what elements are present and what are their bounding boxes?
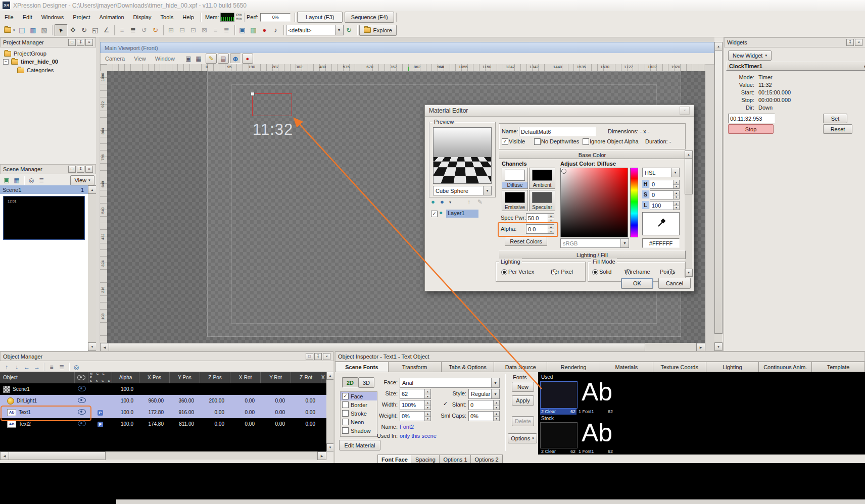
viewport-world-icon[interactable]: ⊕ — [230, 54, 241, 64]
menu-project[interactable]: Project — [68, 11, 94, 23]
scroll-down-icon[interactable]: ▼ — [685, 269, 693, 277]
l-spinner[interactable]: 100▲▼ — [650, 201, 680, 210]
s-spinner[interactable]: 0▲▼ — [650, 190, 680, 199]
visibility-eye-icon[interactable] — [78, 386, 86, 391]
program-monitor-icon[interactable]: ▦ — [248, 25, 259, 36]
menu-help[interactable]: Help — [178, 11, 199, 23]
float-panel-icon[interactable]: □ — [68, 166, 76, 173]
partial-column-header[interactable]: X- — [321, 372, 326, 383]
layout-button[interactable]: Layout (F3) — [297, 12, 343, 23]
pin-panel-icon[interactable]: ↧ — [77, 39, 84, 46]
new-group-icon[interactable]: ▦ — [12, 176, 22, 185]
time-input[interactable]: 00:11:32.953 — [728, 114, 775, 123]
stop-button[interactable]: Stop — [728, 124, 774, 134]
no-depthwrites-checkbox[interactable] — [534, 138, 541, 145]
close-panel-icon[interactable]: × — [855, 39, 862, 46]
spin-up-icon[interactable]: ▲ — [674, 180, 679, 184]
tree-item-categories[interactable]: Categories — [17, 67, 54, 73]
chevron-down-icon[interactable]: ▾ — [671, 168, 679, 177]
close-panel-icon[interactable]: × — [323, 353, 330, 360]
scroll-up-icon[interactable]: ▲ — [714, 42, 723, 51]
align-center-icon[interactable]: ⊟ — [177, 25, 188, 36]
object-column-header[interactable]: Object — [0, 372, 75, 383]
spin-down-icon[interactable]: ▼ — [494, 405, 499, 410]
list-mode-icon[interactable]: ≣ — [36, 176, 46, 185]
scroll-right-icon[interactable]: ▶ — [317, 451, 326, 460]
viewport-hscrollbar[interactable]: ◀ ▶ — [100, 343, 705, 351]
new-scene-icon[interactable]: ▣ — [2, 176, 12, 185]
size-spinner[interactable]: 62▲▼ — [400, 389, 431, 399]
spin-up-icon[interactable]: ▲ — [674, 201, 679, 206]
ignore-object-alpha-checkbox[interactable] — [583, 138, 589, 145]
mode-2d-button[interactable]: 2D — [342, 377, 358, 388]
style-dropdown[interactable]: Regular▾ — [468, 389, 500, 399]
tab-rendering[interactable]: Rendering — [547, 362, 600, 372]
tab-template[interactable]: Template — [812, 362, 865, 372]
gamut-dropdown[interactable]: sRGB▾ — [560, 238, 629, 248]
link-width-check-icon[interactable]: ✓ — [443, 400, 448, 407]
redo-icon[interactable]: ↻ — [150, 25, 161, 36]
tree-item-projectgroup[interactable]: ProjectGroup — [4, 51, 46, 57]
scroll-left-icon[interactable]: ◀ — [0, 451, 9, 460]
selection-handle[interactable] — [251, 92, 255, 96]
scale-tool-icon[interactable]: ◱ — [90, 25, 101, 36]
tab-texture-coords[interactable]: Texture Coords — [653, 362, 706, 372]
cancel-button[interactable]: Cancel — [658, 278, 691, 289]
viewport-caption[interactable]: Main Viewport (Front) — [100, 42, 718, 54]
smlcaps-spinner[interactable]: 0%▲▼ — [468, 411, 500, 421]
spin-down-icon[interactable]: ▼ — [674, 195, 679, 199]
color-model-dropdown[interactable]: HSL▾ — [642, 168, 680, 177]
preview-monitor-icon[interactable]: ▣ — [237, 25, 248, 36]
table-row-text1[interactable]: AbText1 P 100.0 172.80 916.00 0.00 0.00 … — [0, 407, 326, 418]
select-tool-icon[interactable]: ➤ — [55, 24, 68, 36]
checkbox-icon[interactable] — [342, 401, 349, 408]
table-row-scene1[interactable]: Scene1 100.0 — [0, 383, 326, 395]
mode-3d-button[interactable]: 3D — [358, 377, 374, 388]
tree-icon[interactable]: ≣ — [57, 363, 67, 372]
spin-down-icon[interactable]: ▼ — [494, 416, 499, 421]
spin-down-icon[interactable]: ▼ — [674, 206, 679, 210]
outline-tree-icon[interactable]: ≣ — [128, 25, 139, 36]
object-table-hscrollbar[interactable]: ◀ ▶ — [0, 451, 326, 460]
reset-colors-button[interactable]: Reset Colors — [505, 236, 547, 246]
delete-font-button[interactable]: Delete — [512, 416, 534, 426]
spin-up-icon[interactable]: ▲ — [494, 412, 499, 416]
ambient-channel-button[interactable]: Ambient — [529, 168, 555, 189]
ok-button[interactable]: OK — [621, 278, 653, 289]
tab-lighting[interactable]: Lighting — [706, 362, 759, 372]
spin-up-icon[interactable]: ▲ — [548, 225, 554, 229]
viewport-grid-icon[interactable]: ▦ — [194, 54, 204, 63]
tab-scene-fonts[interactable]: Scene Fonts — [335, 362, 389, 372]
used-font-thumbnail[interactable] — [540, 381, 578, 409]
timer-text-object[interactable]: 11:32 — [253, 121, 293, 139]
scroll-left-icon[interactable]: ◀ — [100, 343, 109, 351]
float-panel-icon[interactable]: □ — [306, 353, 313, 360]
layer-shadow[interactable]: Shadow — [341, 426, 377, 435]
search-icon[interactable]: ◎ — [26, 176, 36, 185]
viewport-vscrollbar[interactable]: ▲ ▼ — [714, 42, 722, 351]
spin-up-icon[interactable]: ▲ — [425, 389, 430, 394]
color-field[interactable] — [560, 168, 628, 237]
spin-up-icon[interactable]: ▲ — [425, 412, 430, 416]
tab-transform[interactable]: Transform — [389, 362, 442, 372]
pin-panel-icon[interactable]: ↧ — [77, 166, 84, 173]
move-tool-icon[interactable]: ✥ — [68, 25, 79, 36]
publish-badge[interactable]: P — [98, 410, 103, 416]
view-dropdown-button[interactable]: View▾ — [70, 175, 94, 185]
menu-animation[interactable]: Animation — [95, 11, 129, 23]
reset-button[interactable]: Reset — [823, 124, 852, 134]
checkbox-icon[interactable] — [342, 410, 349, 417]
dialog-scrollbar[interactable]: ▲ ▼ — [685, 150, 692, 277]
spin-up-icon[interactable]: ▲ — [548, 214, 554, 218]
new-font-button[interactable]: New — [512, 382, 534, 392]
table-row-text2[interactable]: AbText2 P 100.0 174.80 811.00 0.00 0.00 … — [0, 418, 326, 430]
slant-spinner[interactable]: 0▲▼ — [468, 400, 500, 410]
record-icon[interactable]: ● — [259, 25, 270, 36]
xpos-column-header[interactable]: X-Pos — [139, 372, 170, 383]
tree-item-project[interactable]: −timer_hide_00 — [3, 59, 58, 65]
preview-shape-dropdown[interactable]: Cube Sphere▾ — [433, 186, 492, 195]
diffuse-channel-button[interactable]: Diffuse — [502, 168, 528, 189]
layer-enabled-checkbox[interactable]: ✓ — [431, 211, 438, 217]
visibility-eye-icon[interactable] — [78, 409, 86, 415]
viewport-draw-icon[interactable]: ✎ — [206, 54, 217, 64]
